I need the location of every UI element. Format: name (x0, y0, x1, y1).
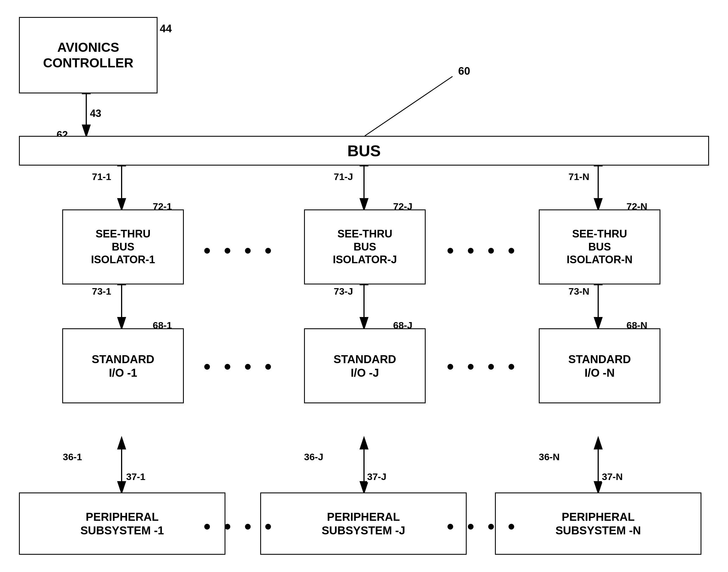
peripheral-j-box: PERIPHERALSUBSYSTEM -J (260, 493, 467, 555)
bus-label: BUS (347, 141, 381, 160)
ref-37-j-label: 37-J (367, 471, 386, 482)
std-io-1-label: STANDARDI/O -1 (92, 352, 154, 379)
avionics-controller-label: AVIONICSCONTROLLER (43, 40, 133, 71)
std-io-n-box: STANDARDI/O -N (539, 328, 660, 403)
std-io-1-box: STANDARDI/O -1 (62, 328, 184, 403)
ref-36-n-label: 36-N (539, 451, 560, 462)
ref-37-1-label: 37-1 (126, 471, 145, 482)
ref-71-n-label: 71-N (568, 171, 589, 182)
std-io-j-box: STANDARDI/O -J (304, 328, 426, 403)
ref-60-label: 60 (458, 65, 470, 77)
ref-73-1-label: 73-1 (92, 286, 111, 297)
ref-43-label: 43 (90, 108, 101, 120)
dots-row2-left: • • • • (204, 355, 275, 378)
ref-71-1-label: 71-1 (92, 171, 111, 182)
std-io-n-label: STANDARDI/O -N (568, 352, 631, 379)
ref-37-n-label: 37-N (602, 471, 623, 482)
svg-line-5 (365, 76, 453, 136)
ref-73-j-label: 73-J (334, 286, 353, 297)
dots-row1-left: • • • • (204, 239, 275, 262)
isolator-j-box: SEE-THRUBUSISOLATOR-J (304, 209, 426, 284)
isolator-n-box: SEE-THRUBUSISOLATOR-N (539, 209, 660, 284)
avionics-controller-box: AVIONICSCONTROLLER (19, 17, 158, 93)
ref-73-n-label: 73-N (568, 286, 589, 297)
ref-36-1-label: 36-1 (63, 451, 82, 462)
std-io-j-label: STANDARDI/O -J (333, 352, 396, 379)
isolator-1-box: SEE-THRUBUSISOLATOR-1 (62, 209, 184, 284)
peripheral-1-box: PERIPHERALSUBSYSTEM -1 (19, 493, 225, 555)
peripheral-j-label: PERIPHERALSUBSYSTEM -J (322, 510, 405, 537)
isolator-n-label: SEE-THRUBUSISOLATOR-N (567, 227, 633, 266)
dots-row3-right: • • • • (447, 515, 519, 538)
diagram-container: AVIONICSCONTROLLER 44 60 43 62 BUS 71-1 … (0, 0, 728, 572)
peripheral-n-label: PERIPHERALSUBSYSTEM -N (556, 510, 641, 537)
peripheral-n-box: PERIPHERALSUBSYSTEM -N (495, 493, 702, 555)
ref-71-j-label: 71-J (334, 171, 353, 182)
ref-44-label: 44 (160, 23, 172, 35)
peripheral-1-label: PERIPHERALSUBSYSTEM -1 (80, 510, 164, 537)
dots-row1-right: • • • • (447, 239, 519, 262)
ref-36-j-label: 36-J (304, 451, 323, 462)
bus-box: BUS (19, 136, 709, 165)
isolator-j-label: SEE-THRUBUSISOLATOR-J (333, 227, 397, 266)
dots-row3-left: • • • • (204, 515, 275, 538)
isolator-1-label: SEE-THRUBUSISOLATOR-1 (91, 227, 155, 266)
dots-row2-right: • • • • (447, 355, 519, 378)
